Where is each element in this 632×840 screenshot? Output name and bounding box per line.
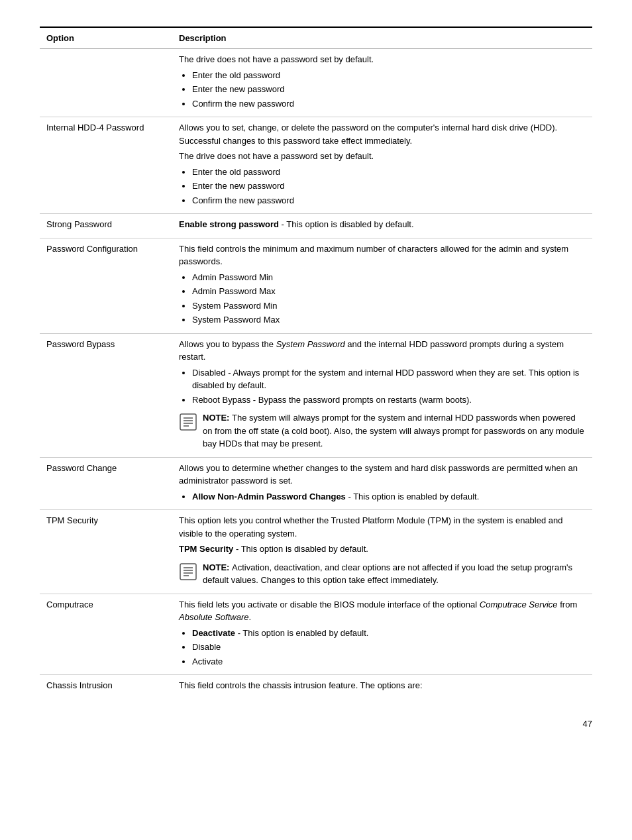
table-row-desc-computrace: This field lets you activate or disable …: [172, 594, 592, 675]
table-row-desc-password-bypass: Allows you to bypass the System Password…: [172, 333, 592, 457]
table-row-option-internal-hdd4-password: Internal HDD-4 Password: [40, 117, 172, 214]
table-row-option-strong-password: Strong Password: [40, 214, 172, 238]
list-item: System Password Max: [192, 313, 586, 327]
table-row-option-hdd4-password-continuation: [40, 49, 172, 117]
list-item: Confirm the new password: [192, 97, 586, 111]
note-text: NOTE: The system will always prompt for …: [203, 411, 586, 450]
table-row-desc-chassis-intrusion: This field controls the chassis intrusio…: [172, 675, 592, 699]
table-row-desc-strong-password: Enable strong password - This option is …: [172, 214, 592, 238]
note-box: NOTE: Activation, deactivation, and clea…: [179, 561, 586, 587]
table-row-desc-password-change: Allows you to determine whether changes …: [172, 457, 592, 510]
note-icon: [179, 413, 197, 431]
list-item: Allow Non-Admin Password Changes - This …: [192, 490, 586, 503]
list-item: Enter the new password: [192, 180, 586, 193]
list-item: Deactivate - This option is enabled by d…: [192, 627, 586, 640]
table-row-option-password-configuration: Password Configuration: [40, 238, 172, 333]
page-number: 47: [40, 719, 592, 729]
table-row-desc-password-configuration: This field controls the minimum and maxi…: [172, 238, 592, 333]
table-header-description: Description: [172, 27, 592, 49]
table-row-desc-hdd4-password-continuation: The drive does not have a password set b…: [172, 49, 592, 117]
table-row-desc-internal-hdd4-password: Allows you to set, change, or delete the…: [172, 117, 592, 214]
table-row-option-computrace: Computrace: [40, 594, 172, 675]
list-item: Reboot Bypass - Bypass the password prom…: [192, 394, 586, 407]
list-item: Admin Password Max: [192, 285, 586, 298]
table-header-option: Option: [40, 27, 172, 49]
note-icon: [179, 562, 197, 581]
table-row-option-tpm-security: TPM Security: [40, 510, 172, 594]
note-box: NOTE: The system will always prompt for …: [179, 411, 586, 450]
list-item: Enter the new password: [192, 83, 586, 96]
list-item: Activate: [192, 655, 586, 668]
note-text: NOTE: Activation, deactivation, and clea…: [203, 561, 586, 587]
svg-rect-5: [180, 564, 196, 580]
list-item: Enter the old password: [192, 69, 586, 82]
list-item: Disable: [192, 641, 586, 654]
list-item: Confirm the new password: [192, 194, 586, 207]
table-row-option-chassis-intrusion: Chassis Intrusion: [40, 675, 172, 699]
svg-rect-0: [180, 414, 196, 430]
list-item: Admin Password Min: [192, 271, 586, 284]
table-row-option-password-bypass: Password Bypass: [40, 333, 172, 457]
list-item: System Password Min: [192, 299, 586, 313]
list-item: Disabled - Always prompt for the system …: [192, 366, 586, 392]
table-row-desc-tpm-security: This option lets you control whether the…: [172, 510, 592, 594]
table-row-option-password-change: Password Change: [40, 457, 172, 510]
list-item: Enter the old password: [192, 166, 586, 179]
